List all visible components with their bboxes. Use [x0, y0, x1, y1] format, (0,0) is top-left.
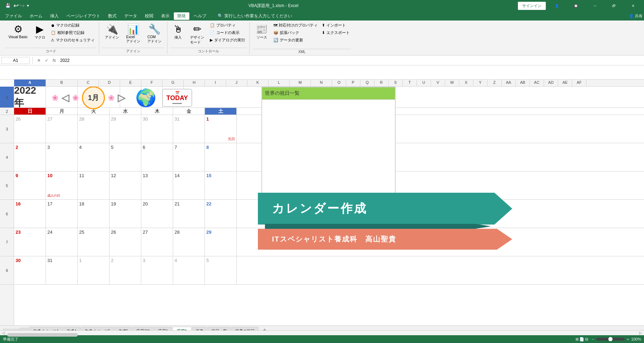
cal-feb4[interactable]: 4: [173, 256, 205, 285]
prev-month-btn[interactable]: ◁: [61, 92, 69, 104]
menu-formulas[interactable]: 数式: [105, 12, 120, 20]
cal-26[interactable]: 26: [14, 115, 46, 143]
menu-file[interactable]: ファイル: [1, 12, 25, 20]
run-dialog-btn[interactable]: ▶ ダイアログの実行: [208, 37, 247, 43]
cal-25[interactable]: 25: [78, 228, 110, 256]
cal-14[interactable]: 14: [173, 172, 205, 200]
cal-29b[interactable]: 29: [205, 228, 237, 256]
redo-icon[interactable]: ↪: [19, 2, 25, 10]
confirm-formula-btn[interactable]: ✓: [43, 57, 50, 64]
insert-function-btn[interactable]: fx: [51, 57, 57, 64]
source-btn[interactable]: 📰 ソース: [253, 22, 271, 41]
cal-23[interactable]: 23: [14, 228, 46, 256]
undo-icon[interactable]: ↩: [13, 2, 19, 10]
menu-help[interactable]: ヘルプ: [190, 12, 210, 20]
addin-btn[interactable]: 🔌 アドイン: [102, 22, 122, 41]
import-btn[interactable]: ⬆ インポート: [320, 22, 351, 29]
com-addin-btn[interactable]: 🔧 COMアドイン: [144, 22, 164, 45]
close-button[interactable]: ✕: [625, 0, 641, 11]
macro-button[interactable]: ▶ マクロ: [32, 22, 48, 41]
cal-16[interactable]: 16: [14, 200, 46, 228]
cal-19[interactable]: 19: [110, 200, 141, 228]
normal-view-btn[interactable]: ⊞: [575, 337, 579, 342]
cal-30[interactable]: 30: [14, 256, 46, 285]
cal-12[interactable]: 12: [110, 172, 141, 200]
share-btn[interactable]: 👤 共有: [629, 13, 643, 19]
menu-developer[interactable]: 開発: [174, 12, 189, 20]
zoom-slider[interactable]: [596, 338, 625, 341]
cal-4[interactable]: 4: [78, 143, 110, 172]
signin-button[interactable]: サインイン: [518, 2, 546, 10]
expand-pack-btn[interactable]: 📦 拡張パック: [272, 29, 319, 36]
cal-13[interactable]: 13: [141, 172, 173, 200]
restore-button[interactable]: 🗗: [606, 0, 622, 11]
cal-29[interactable]: 29: [110, 115, 141, 143]
export-btn[interactable]: ⬇ エクスポート: [320, 29, 351, 36]
cal-20[interactable]: 20: [141, 200, 173, 228]
cal-31[interactable]: 31: [173, 115, 205, 143]
refresh-data-btn[interactable]: 🔄 データの更新: [272, 37, 319, 43]
vba-button[interactable]: ⚙ Visual Basic: [6, 22, 30, 40]
cal-18[interactable]: 18: [78, 200, 110, 228]
cal-2[interactable]: 2: [14, 143, 46, 172]
relative-ref-btn[interactable]: 📋 相対参照で記録: [49, 29, 96, 36]
cal-8[interactable]: 8: [205, 143, 237, 172]
save-icon[interactable]: 💾: [3, 1, 13, 11]
cal-27b[interactable]: 27: [141, 228, 173, 256]
cal-10[interactable]: 10 成人の日: [46, 172, 78, 200]
menu-view[interactable]: 表示: [158, 12, 173, 20]
hscroll-left[interactable]: ◁: [0, 331, 7, 335]
cal-26b[interactable]: 26: [110, 228, 141, 256]
map-properties-btn[interactable]: 🗺 対応付けのプロパティ: [272, 22, 319, 29]
cal-11[interactable]: 11: [78, 172, 110, 200]
cal-5[interactable]: 5: [110, 143, 141, 172]
cal-feb2[interactable]: 2: [110, 256, 141, 285]
record-macro-btn[interactable]: ⏺ マクロの記録: [49, 22, 96, 29]
page-layout-btn[interactable]: 📄: [579, 337, 584, 342]
macro-security-btn[interactable]: ⚠ マクロのセキュリティ: [49, 37, 96, 43]
cal-feb1[interactable]: 1: [78, 256, 110, 285]
design-mode-btn[interactable]: ✏ デザインモード: [187, 22, 207, 46]
menu-data[interactable]: データ: [121, 12, 141, 20]
zoom-in-btn[interactable]: ＋: [626, 337, 630, 342]
cal-15[interactable]: 15: [205, 172, 237, 200]
menu-home[interactable]: ホーム: [26, 12, 46, 20]
hscroll-thumb[interactable]: [7, 333, 78, 337]
hscrollbar[interactable]: ◁ ▷: [0, 330, 644, 335]
search-placeholder[interactable]: 実行したい作業を入力してください: [224, 13, 292, 19]
cal-6[interactable]: 6: [141, 143, 173, 172]
cal-jan1[interactable]: 1 元日: [205, 115, 237, 143]
next-month-btn[interactable]: ▷: [118, 92, 125, 104]
cal-feb3[interactable]: 3: [141, 256, 173, 285]
cal-9[interactable]: 9: [14, 172, 46, 200]
cal-22[interactable]: 22: [205, 200, 237, 228]
menu-review[interactable]: 校閲: [141, 12, 157, 20]
cal-31b[interactable]: 31: [46, 256, 78, 285]
page-break-btn[interactable]: ⊟: [585, 337, 588, 342]
cal-feb5[interactable]: 5: [205, 256, 237, 285]
ribbon-toggle[interactable]: 🔲: [568, 0, 584, 11]
cal-28[interactable]: 28: [78, 115, 110, 143]
cancel-formula-btn[interactable]: ✕: [36, 57, 42, 64]
cal-17[interactable]: 17: [46, 200, 78, 228]
insert-control-btn[interactable]: 🖱 挿入: [170, 22, 186, 41]
properties-btn[interactable]: 📋 プロパティ: [208, 22, 247, 29]
excel-addin-btn[interactable]: 📊 Excelアドイン: [123, 22, 143, 45]
formula-input[interactable]: [59, 57, 643, 64]
cal-27[interactable]: 27: [46, 115, 78, 143]
menu-insert[interactable]: 挿入: [47, 12, 62, 20]
today-badge[interactable]: 📅 TODAY ▬▬▬: [162, 89, 192, 107]
cal-21[interactable]: 21: [173, 200, 205, 228]
menu-pagelayout[interactable]: ページレイアウト: [63, 12, 104, 20]
zoom-out-btn[interactable]: －: [591, 337, 595, 342]
cal-7[interactable]: 7: [173, 143, 205, 172]
cal-3[interactable]: 3: [46, 143, 78, 172]
cal-30[interactable]: 30: [141, 115, 173, 143]
hscroll-right[interactable]: ▷: [637, 331, 644, 335]
cal-24[interactable]: 24: [46, 228, 78, 256]
share-icon[interactable]: 👤: [549, 0, 565, 11]
view-code-btn[interactable]: 📄 コードの表示: [208, 29, 247, 36]
cal-28b[interactable]: 28: [173, 228, 205, 256]
cell-reference-input[interactable]: [1, 57, 30, 64]
globe-icon[interactable]: 🌍: [135, 88, 156, 108]
